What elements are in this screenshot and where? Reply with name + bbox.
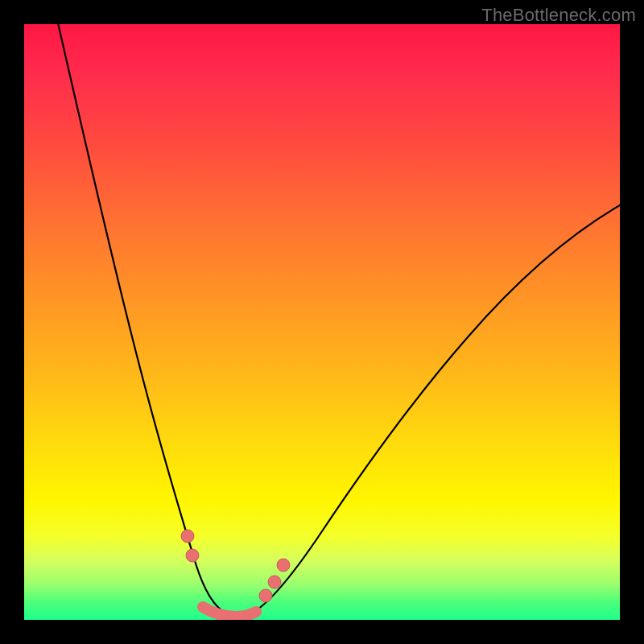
marker-dot <box>186 549 199 562</box>
marker-dot <box>277 559 290 572</box>
marker-dot <box>181 530 194 543</box>
marker-dot <box>259 589 272 602</box>
curve-svg <box>24 24 620 620</box>
curve-right <box>248 205 620 615</box>
marker-dot <box>268 576 281 588</box>
plot-area <box>24 24 620 620</box>
chart-frame: TheBottleneck.com <box>0 0 644 644</box>
trough-band <box>203 607 256 617</box>
curve-left <box>56 24 224 612</box>
watermark-text: TheBottleneck.com <box>481 5 636 26</box>
